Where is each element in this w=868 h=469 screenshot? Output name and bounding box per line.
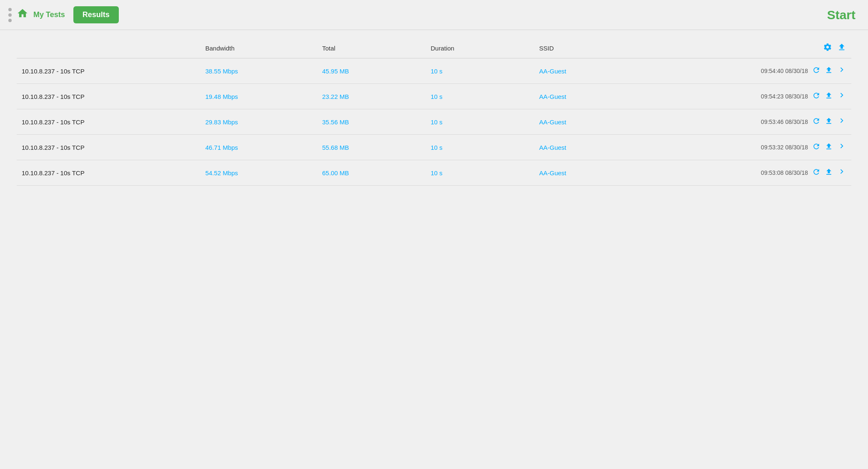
refresh-icon-1[interactable] xyxy=(812,91,820,102)
cell-actions-1: 09:54:23 08/30/18 xyxy=(642,84,851,109)
upload-icon[interactable] xyxy=(837,43,846,54)
cell-ssid-4: AA-Guest xyxy=(534,160,642,186)
cell-total-2: 35.56 MB xyxy=(317,109,426,135)
cell-ssid-0: AA-Guest xyxy=(534,58,642,84)
cell-duration-0: 10 s xyxy=(426,58,534,84)
cell-actions-0: 09:54:40 08/30/18 xyxy=(642,58,851,84)
cell-timestamp-4: 09:53:08 08/30/18 xyxy=(761,169,808,176)
cell-total-4: 65.00 MB xyxy=(317,160,426,186)
share-icon-4[interactable] xyxy=(825,168,833,178)
cell-duration-2: 10 s xyxy=(426,109,534,135)
chevron-right-icon-3[interactable] xyxy=(837,141,846,153)
refresh-icon-4[interactable] xyxy=(812,168,820,178)
cell-duration-3: 10 s xyxy=(426,135,534,160)
cell-timestamp-3: 09:53:32 08/30/18 xyxy=(761,144,808,151)
cell-ssid-1: AA-Guest xyxy=(534,84,642,109)
settings-icon[interactable] xyxy=(823,43,832,54)
cell-name-3: 10.10.8.237 - 10s TCP xyxy=(17,135,200,160)
chevron-right-icon-1[interactable] xyxy=(837,91,846,102)
cell-total-0: 45.95 MB xyxy=(317,58,426,84)
cell-name-2: 10.10.8.237 - 10s TCP xyxy=(17,109,200,135)
table-header-row: Bandwidth Total Duration SSID xyxy=(17,38,851,58)
cell-timestamp-2: 09:53:46 08/30/18 xyxy=(761,119,808,125)
main-content: Bandwidth Total Duration SSID xyxy=(0,30,868,194)
start-button[interactable]: Start xyxy=(827,8,855,22)
refresh-icon-0[interactable] xyxy=(812,66,820,76)
cell-bandwidth-3: 46.71 Mbps xyxy=(200,135,317,160)
cell-name-1: 10.10.8.237 - 10s TCP xyxy=(17,84,200,109)
cell-bandwidth-1: 19.48 Mbps xyxy=(200,84,317,109)
cell-duration-4: 10 s xyxy=(426,160,534,186)
chevron-right-icon-2[interactable] xyxy=(837,116,846,128)
chevron-right-icon-4[interactable] xyxy=(837,167,846,179)
cell-timestamp-0: 09:54:40 08/30/18 xyxy=(761,68,808,74)
share-icon-0[interactable] xyxy=(825,66,833,76)
col-header-duration: Duration xyxy=(426,38,534,58)
cell-actions-3: 09:53:32 08/30/18 xyxy=(642,135,851,160)
cell-actions-4: 09:53:08 08/30/18 xyxy=(642,160,851,186)
col-header-actions xyxy=(642,38,851,58)
table-row: 10.10.8.237 - 10s TCP 54.52 Mbps 65.00 M… xyxy=(17,160,851,186)
refresh-icon-3[interactable] xyxy=(812,142,820,153)
cell-name-4: 10.10.8.237 - 10s TCP xyxy=(17,160,200,186)
cell-timestamp-1: 09:54:23 08/30/18 xyxy=(761,93,808,100)
home-icon[interactable] xyxy=(17,8,28,22)
my-tests-link[interactable]: My Tests xyxy=(33,10,65,19)
share-icon-1[interactable] xyxy=(825,91,833,102)
table-row: 10.10.8.237 - 10s TCP 19.48 Mbps 23.22 M… xyxy=(17,84,851,109)
table-body: 10.10.8.237 - 10s TCP 38.55 Mbps 45.95 M… xyxy=(17,58,851,186)
dot-1 xyxy=(8,8,12,11)
cell-total-1: 23.22 MB xyxy=(317,84,426,109)
col-header-name xyxy=(17,38,200,58)
col-header-ssid: SSID xyxy=(534,38,642,58)
cell-total-3: 55.68 MB xyxy=(317,135,426,160)
navbar: My Tests Results Start xyxy=(0,0,868,30)
refresh-icon-2[interactable] xyxy=(812,117,820,127)
col-header-total: Total xyxy=(317,38,426,58)
cell-bandwidth-0: 38.55 Mbps xyxy=(200,58,317,84)
share-icon-3[interactable] xyxy=(825,142,833,153)
chevron-right-icon-0[interactable] xyxy=(837,65,846,77)
col-header-bandwidth: Bandwidth xyxy=(200,38,317,58)
dot-2 xyxy=(8,13,12,17)
sidebar-dots xyxy=(8,8,12,22)
cell-bandwidth-4: 54.52 Mbps xyxy=(200,160,317,186)
table-row: 10.10.8.237 - 10s TCP 46.71 Mbps 55.68 M… xyxy=(17,135,851,160)
cell-actions-2: 09:53:46 08/30/18 xyxy=(642,109,851,135)
results-table: Bandwidth Total Duration SSID xyxy=(17,38,851,186)
cell-bandwidth-2: 29.83 Mbps xyxy=(200,109,317,135)
results-button[interactable]: Results xyxy=(73,6,119,23)
table-row: 10.10.8.237 - 10s TCP 38.55 Mbps 45.95 M… xyxy=(17,58,851,84)
cell-ssid-3: AA-Guest xyxy=(534,135,642,160)
nav-left: My Tests Results xyxy=(17,6,119,23)
cell-duration-1: 10 s xyxy=(426,84,534,109)
dot-3 xyxy=(8,19,12,22)
cell-name-0: 10.10.8.237 - 10s TCP xyxy=(17,58,200,84)
cell-ssid-2: AA-Guest xyxy=(534,109,642,135)
table-row: 10.10.8.237 - 10s TCP 29.83 Mbps 35.56 M… xyxy=(17,109,851,135)
share-icon-2[interactable] xyxy=(825,117,833,127)
